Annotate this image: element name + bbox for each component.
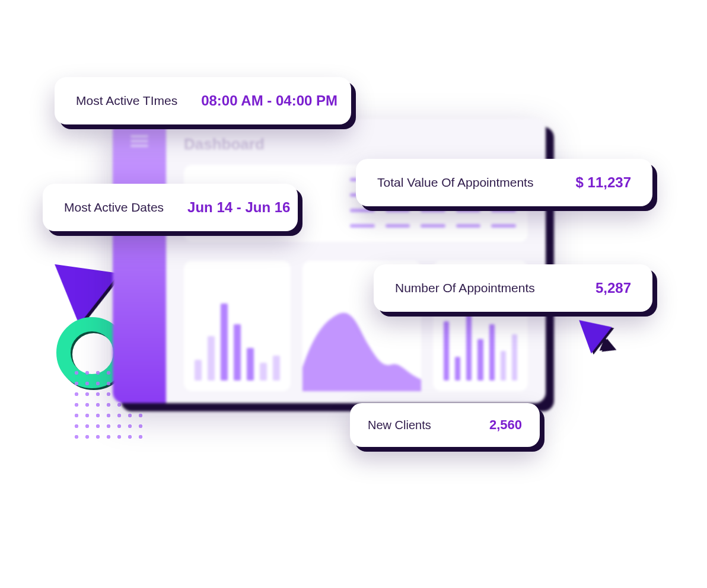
cursor-icon	[579, 311, 618, 354]
stat-label: Most Active TImes	[76, 94, 177, 108]
stat-value: 2,560	[489, 417, 522, 433]
stat-card-most-active-times: Most Active TImes 08:00 AM - 04:00 PM	[55, 77, 351, 124]
page-title: Dashboard	[184, 135, 265, 154]
stat-label: Number Of Appointments	[395, 281, 535, 295]
stat-card-most-active-dates: Most Active Dates Jun 14 - Jun 16	[43, 184, 298, 231]
stat-label: Most Active Dates	[64, 200, 164, 215]
chart-panel-bar-1	[184, 261, 291, 391]
sidebar	[113, 119, 166, 403]
stat-value: 08:00 AM - 04:00 PM	[201, 92, 337, 109]
stat-label: Total Value Of Appointments	[377, 175, 533, 190]
stat-card-total-value: Total Value Of Appointments $ 11,237	[356, 159, 652, 206]
menu-icon[interactable]	[130, 135, 148, 147]
stat-value: Jun 14 - Jun 16	[187, 199, 290, 216]
stat-card-appointment-count: Number Of Appointments 5,287	[374, 264, 652, 312]
stat-label: New Clients	[368, 418, 431, 432]
stat-value: 5,287	[595, 280, 631, 296]
stat-card-new-clients: New Clients 2,560	[350, 403, 540, 447]
stat-value: $ 11,237	[576, 174, 631, 191]
